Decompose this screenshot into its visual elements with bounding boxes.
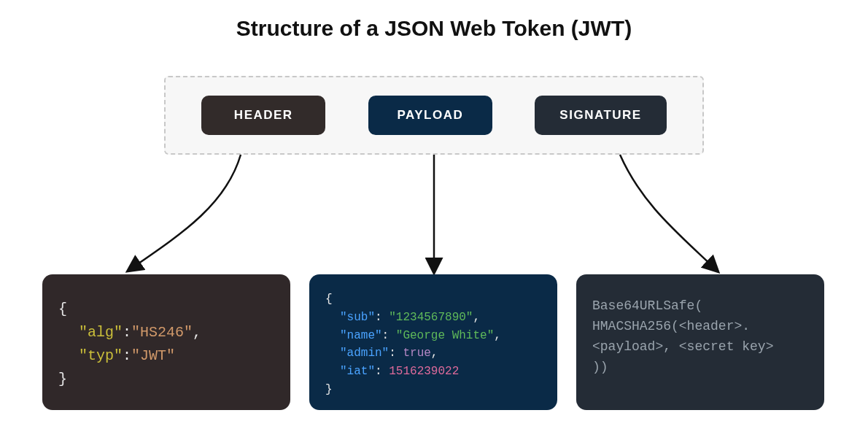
admin-key: "admin" — [340, 347, 389, 360]
admin-value: true — [403, 347, 430, 360]
brace-open: { — [58, 301, 67, 317]
sig-line-3: <payload>, <secret key> — [592, 339, 773, 354]
alg-value: "HS246" — [131, 324, 193, 341]
alg-key: "alg" — [79, 324, 123, 341]
sig-line-2: HMACSHA256(<header>. — [592, 319, 750, 333]
signature-code-panel: Base64URLSafe( HMACSHA256(<header>. <pay… — [576, 274, 824, 410]
typ-value: "JWT" — [131, 347, 175, 364]
header-pill: HEADER — [201, 96, 325, 135]
diagram-title: Structure of a JSON Web Token (JWT) — [0, 16, 868, 41]
signature-pill: SIGNATURE — [535, 96, 666, 135]
sig-line-4: )) — [592, 360, 608, 374]
header-code-panel: { "alg":"HS246", "typ":"JWT" } — [42, 274, 290, 410]
iat-value: 1516239022 — [389, 365, 459, 378]
typ-key: "typ" — [79, 347, 123, 364]
payload-pill: PAYLOAD — [368, 96, 492, 135]
brace-close: } — [58, 371, 67, 387]
name-value: "George White" — [396, 329, 494, 342]
sub-key: "sub" — [340, 311, 375, 324]
brace-open: { — [325, 293, 333, 306]
iat-key: "iat" — [340, 365, 375, 378]
arrows-icon — [36, 146, 832, 277]
sub-value: "1234567890" — [389, 311, 473, 324]
sig-line-1: Base64URLSafe( — [592, 298, 702, 313]
jwt-parts-container: HEADER PAYLOAD SIGNATURE — [164, 76, 704, 155]
payload-code-panel: { "sub": "1234567890", "name": "George W… — [309, 274, 557, 410]
brace-close: } — [325, 383, 333, 396]
name-key: "name" — [340, 329, 382, 342]
